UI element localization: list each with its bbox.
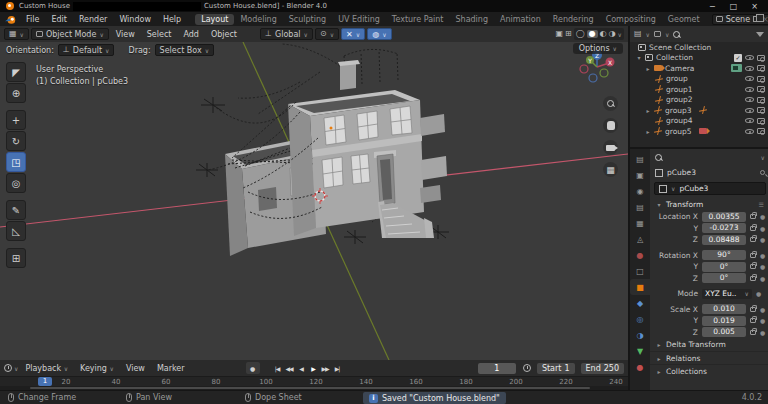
material-preview-icon[interactable]: ◐ bbox=[600, 30, 607, 38]
tab-scene[interactable]: ◬ bbox=[630, 231, 650, 247]
start-frame-field[interactable]: Start1 bbox=[537, 363, 575, 374]
zoom-icon[interactable] bbox=[603, 96, 618, 111]
lock-icon[interactable] bbox=[750, 253, 756, 258]
tab-modeling[interactable]: Modeling bbox=[234, 14, 282, 25]
options-dropdown[interactable]: Options∨ bbox=[573, 43, 623, 54]
jump-to-start-button[interactable]: |◀ bbox=[272, 362, 283, 374]
tab-material[interactable]: ● bbox=[630, 359, 650, 375]
pan-hand-icon[interactable] bbox=[603, 118, 618, 133]
rendered-shading-icon[interactable]: ◑ bbox=[609, 30, 616, 38]
tab-shading[interactable]: Shading bbox=[449, 14, 494, 25]
eye-icon[interactable] bbox=[745, 129, 754, 134]
disclosure-icon[interactable]: ▸ bbox=[645, 65, 651, 72]
menu-file[interactable]: File bbox=[20, 15, 45, 24]
properties-editor-icon[interactable]: ▤ bbox=[630, 151, 650, 167]
lock-icon[interactable] bbox=[750, 214, 756, 219]
render-visibility-icon[interactable] bbox=[757, 107, 765, 113]
tab-object-data[interactable]: ▼ bbox=[630, 343, 650, 359]
ortho-toggle-icon[interactable]: ▦ bbox=[603, 162, 618, 177]
mode-dropdown[interactable]: Object Mode∨ bbox=[31, 28, 109, 40]
tab-render[interactable]: ◉ bbox=[630, 183, 650, 199]
scene-selector[interactable]: Scene × bbox=[712, 14, 768, 25]
rotation-x-field[interactable]: 90° bbox=[702, 250, 746, 260]
location-z-field[interactable]: 0.08488 bbox=[702, 235, 746, 245]
group4-row[interactable]: group4 bbox=[630, 116, 768, 127]
eye-icon[interactable] bbox=[745, 118, 754, 123]
lock-icon[interactable] bbox=[750, 318, 756, 323]
animate-dot[interactable]: ● bbox=[760, 275, 765, 282]
measure-tool[interactable]: ◺ bbox=[6, 221, 26, 241]
pin-icon[interactable] bbox=[760, 170, 765, 175]
menu-window[interactable]: Window bbox=[113, 15, 157, 24]
blender-logo-icon[interactable] bbox=[5, 14, 16, 25]
tab-object[interactable]: ■ bbox=[630, 279, 650, 295]
group5-row[interactable]: ▸ group5 bbox=[630, 126, 768, 137]
disclosure-icon[interactable]: ▸ bbox=[645, 107, 651, 114]
pivot-point-dropdown[interactable]: ⊙∨ bbox=[315, 28, 339, 40]
scale-z-field[interactable]: 0.005 bbox=[702, 327, 746, 337]
3d-viewport[interactable]: ▦∨ Object Mode∨ View Select Add Object ⊥… bbox=[0, 26, 628, 360]
group3-row[interactable]: ▸ group3 bbox=[630, 105, 768, 116]
animate-dot[interactable]: ● bbox=[760, 317, 765, 324]
render-visibility-icon[interactable] bbox=[757, 97, 765, 103]
proportional-editing-toggle[interactable]: ◍∨ bbox=[367, 28, 391, 40]
lock-icon[interactable] bbox=[750, 226, 756, 231]
viewport-menu-view[interactable]: View bbox=[111, 30, 140, 39]
tab-world[interactable]: ● bbox=[630, 247, 650, 263]
tab-collection[interactable]: □ bbox=[630, 263, 650, 279]
animate-dot[interactable]: ● bbox=[760, 252, 765, 259]
properties-options-icon[interactable]: ∨ bbox=[761, 154, 765, 161]
tab-texture-paint[interactable]: Texture Paint bbox=[386, 14, 450, 25]
play-reverse-button[interactable]: ◀ bbox=[296, 362, 307, 374]
delta-transform-panel[interactable]: ▸Delta Transform bbox=[650, 338, 768, 351]
relations-panel[interactable]: ▸Relations bbox=[650, 351, 768, 364]
collection-checkbox[interactable]: ✓ bbox=[734, 54, 742, 62]
animate-dot[interactable]: ● bbox=[760, 236, 765, 243]
filter-icon[interactable] bbox=[756, 32, 764, 37]
viewport-canvas[interactable] bbox=[0, 42, 628, 360]
playhead[interactable]: 1 bbox=[38, 377, 52, 386]
animate-dot[interactable]: ● bbox=[760, 213, 765, 220]
collection-row[interactable]: ▾ Collection ✓ bbox=[630, 53, 768, 64]
keying-menu[interactable]: Keying ∨ bbox=[75, 364, 119, 373]
camera-view-icon[interactable] bbox=[603, 140, 618, 155]
camera-row[interactable]: ▸ Camera bbox=[630, 63, 768, 74]
viewport-menu-select[interactable]: Select bbox=[142, 30, 177, 39]
scale-x-field[interactable]: 0.010 bbox=[702, 304, 746, 314]
new-scene-icon[interactable] bbox=[753, 16, 759, 22]
display-mode-icon[interactable] bbox=[654, 31, 661, 37]
auto-keying-button[interactable]: ● bbox=[246, 362, 260, 374]
tab-output[interactable]: ▤ bbox=[630, 199, 650, 215]
eye-icon[interactable] bbox=[745, 108, 754, 113]
render-visibility-icon[interactable] bbox=[757, 86, 765, 92]
render-visibility-icon[interactable] bbox=[757, 65, 765, 71]
rotation-y-field[interactable]: 0° bbox=[702, 262, 746, 272]
render-visibility-icon[interactable] bbox=[757, 55, 765, 61]
orientation-dropdown[interactable]: ⊥ Default∨ bbox=[58, 44, 115, 56]
viewport-menu-add[interactable]: Add bbox=[178, 30, 204, 39]
eye-icon[interactable] bbox=[745, 76, 754, 81]
lock-icon[interactable] bbox=[750, 276, 756, 281]
menu-render[interactable]: Render bbox=[73, 15, 113, 24]
scale-y-field[interactable]: 0.019 bbox=[702, 316, 746, 326]
animate-dot[interactable]: ● bbox=[760, 225, 765, 232]
transform-panel-header[interactable]: ▾ Transform ☰ bbox=[650, 198, 768, 211]
lock-icon[interactable] bbox=[750, 307, 756, 312]
shading-dropdown-icon[interactable]: ∨ bbox=[618, 31, 622, 38]
editor-type-button[interactable]: ▦∨ bbox=[4, 28, 29, 40]
properties-search-icon[interactable] bbox=[655, 154, 662, 161]
tab-physics[interactable]: ◎ bbox=[630, 311, 650, 327]
timeline-editor-icon[interactable] bbox=[4, 364, 12, 372]
tab-animation[interactable]: Animation bbox=[494, 14, 547, 25]
render-visibility-icon[interactable] bbox=[757, 128, 765, 134]
next-keyframe-button[interactable]: ▶▶ bbox=[320, 362, 331, 374]
viewport-menu-object[interactable]: Object bbox=[206, 30, 242, 39]
tab-uv-editing[interactable]: UV Editing bbox=[332, 14, 386, 25]
render-visibility-icon[interactable] bbox=[757, 76, 765, 82]
group1-row[interactable]: group1 bbox=[630, 84, 768, 95]
menu-help[interactable]: Help bbox=[157, 15, 187, 24]
rotate-tool[interactable]: ↻ bbox=[6, 131, 26, 151]
show-overlays-icon[interactable]: ⊞ bbox=[565, 30, 572, 38]
annotate-tool[interactable]: ✎ bbox=[6, 200, 26, 220]
animate-dot[interactable]: ● bbox=[760, 263, 765, 270]
